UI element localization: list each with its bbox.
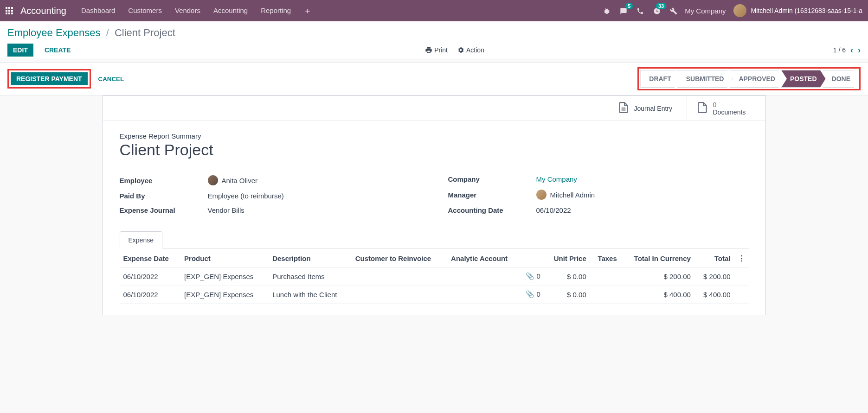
attachment-icon[interactable]: 📎 <box>526 272 534 280</box>
employee-value: Anita Oliver <box>222 177 258 184</box>
manager-value: Mitchell Admin <box>550 191 595 199</box>
breadcrumb-parent[interactable]: Employee Expenses <box>7 27 101 38</box>
document-icon <box>617 101 630 116</box>
col-cust: Customer to Reinvoice <box>352 249 447 267</box>
edit-button[interactable]: Edit <box>7 44 33 57</box>
title-label: Expense Report Summary <box>120 132 749 140</box>
highlight-right: DRAFT SUBMITTED APPROVED POSTED DONE <box>637 67 861 90</box>
user-avatar <box>733 4 746 17</box>
nav-dashboard[interactable]: Dashboard <box>81 6 115 15</box>
optional-columns-icon[interactable]: ⋮ <box>734 249 749 267</box>
col-analytic: Analytic Account <box>447 249 521 267</box>
company-label: Company <box>448 175 536 183</box>
paidby-value: Employee (to reimburse) <box>208 192 420 200</box>
document-icon <box>696 101 708 116</box>
statusbar-row: Register Payment Cancel DRAFT SUBMITTED … <box>0 62 868 95</box>
form-sheet: Journal Entry 0Documents Expense Report … <box>103 95 766 315</box>
activities-icon[interactable]: 33 <box>653 6 661 14</box>
print-icon <box>425 46 432 54</box>
nav-reporting[interactable]: Reporting <box>261 6 291 15</box>
pager-next-icon[interactable]: › <box>858 45 861 55</box>
user-name: Mitchell Admin (16312683-saas-15-1-a <box>751 7 862 14</box>
breadcrumb-current: Client Project <box>115 27 175 38</box>
phone-icon[interactable] <box>637 6 644 14</box>
action-button[interactable]: Action <box>457 46 484 54</box>
app-brand[interactable]: Accounting <box>20 6 66 16</box>
table-row[interactable]: 06/10/2022[EXP_GEN] ExpensesPurchased It… <box>120 267 749 286</box>
pager-count: 1 / 6 <box>833 46 846 54</box>
print-button[interactable]: Print <box>425 46 448 54</box>
company-value[interactable]: My Company <box>536 175 577 183</box>
tools-icon[interactable] <box>670 6 677 14</box>
nav-systray: 5 33 <box>603 6 677 14</box>
button-box: Journal Entry 0Documents <box>103 96 765 121</box>
pager-prev-icon[interactable]: ‹ <box>850 45 853 55</box>
tab-expense[interactable]: Expense <box>120 231 162 248</box>
user-menu[interactable]: Mitchell Admin (16312683-saas-15-1-a <box>733 4 862 17</box>
status-submitted[interactable]: SUBMITTED <box>677 70 733 88</box>
debug-icon[interactable] <box>603 6 611 14</box>
col-curr: Total In Currency <box>621 249 694 267</box>
breadcrumb: Employee Expenses / Client Project <box>7 27 861 39</box>
nav-menu: Dashboard Customers Vendors Accounting R… <box>81 6 311 15</box>
status-chain: DRAFT SUBMITTED APPROVED POSTED DONE <box>640 70 859 88</box>
col-uprice: Unit Price <box>544 249 590 267</box>
highlight-left: Register Payment <box>7 69 91 89</box>
col-product: Product <box>180 249 269 267</box>
accdate-value: 06/10/2022 <box>536 206 749 214</box>
nav-accounting[interactable]: Accounting <box>213 6 248 15</box>
col-total: Total <box>694 249 734 267</box>
employee-avatar <box>208 175 218 185</box>
gear-icon <box>457 46 464 54</box>
journal-value: Vendor Bills <box>208 206 420 214</box>
activities-badge: 33 <box>656 3 666 9</box>
table-row[interactable]: 06/10/2022[EXP_GEN] ExpensesLunch with t… <box>120 286 749 304</box>
col-date: Expense Date <box>120 249 181 267</box>
create-button[interactable]: Create <box>39 44 77 57</box>
nav-plus-icon[interactable] <box>304 6 311 15</box>
messages-badge: 5 <box>625 3 633 9</box>
messages-icon[interactable]: 5 <box>620 6 627 14</box>
company-selector[interactable]: My Company <box>685 7 726 15</box>
accdate-label: Accounting Date <box>448 206 536 214</box>
manager-label: Manager <box>448 191 536 199</box>
top-navbar: Accounting Dashboard Customers Vendors A… <box>0 0 868 21</box>
expense-table: Expense Date Product Description Custome… <box>120 249 749 304</box>
status-posted[interactable]: POSTED <box>781 70 826 88</box>
nav-customers[interactable]: Customers <box>128 6 162 15</box>
record-title: Client Project <box>120 141 749 159</box>
documents-button[interactable]: 0Documents <box>687 96 765 121</box>
employee-label: Employee <box>120 177 208 184</box>
col-desc: Description <box>269 249 352 267</box>
apps-icon[interactable] <box>6 7 13 14</box>
register-payment-button[interactable]: Register Payment <box>11 72 88 85</box>
journal-label: Expense Journal <box>120 206 208 214</box>
cancel-button[interactable]: Cancel <box>94 73 129 85</box>
status-done[interactable]: DONE <box>823 70 859 88</box>
col-taxes: Taxes <box>590 249 621 267</box>
status-draft[interactable]: DRAFT <box>640 70 680 88</box>
nav-vendors[interactable]: Vendors <box>175 6 200 15</box>
control-panel: Employee Expenses / Client Project Edit … <box>0 21 868 58</box>
journal-entry-button[interactable]: Journal Entry <box>608 96 687 121</box>
manager-avatar <box>536 190 547 200</box>
status-approved[interactable]: APPROVED <box>730 70 784 88</box>
paidby-label: Paid By <box>120 192 208 200</box>
attachment-icon[interactable]: 📎 <box>526 290 534 298</box>
tab-list: Expense <box>120 231 749 248</box>
